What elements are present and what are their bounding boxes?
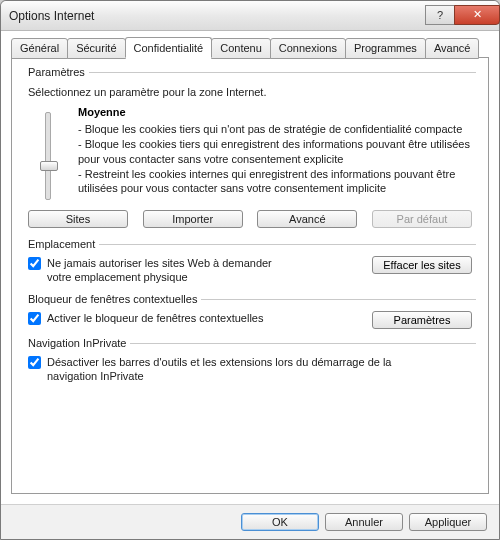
legend-location: Emplacement	[24, 238, 476, 250]
tab-content[interactable]: Contenu	[211, 38, 271, 59]
inprivate-checkbox[interactable]	[28, 356, 41, 369]
location-label: Ne jamais autoriser les sites Web à dema…	[47, 256, 277, 285]
dialog-footer: OK Annuler Appliquer	[1, 504, 499, 539]
privacy-slider-area: Moyenne - Bloque les cookies tiers qui n…	[28, 106, 472, 200]
privacy-desc-2: - Bloque les cookies tiers qui enregistr…	[78, 137, 472, 167]
legend-inprivate: Navigation InPrivate	[24, 337, 476, 349]
tab-security[interactable]: Sécurité	[67, 38, 125, 59]
legend-popup: Bloqueur de fenêtres contextuelles	[24, 293, 476, 305]
group-inprivate: Navigation InPrivate Désactiver les barr…	[24, 337, 476, 384]
ok-button[interactable]: OK	[241, 513, 319, 531]
close-button[interactable]: ✕	[454, 5, 500, 25]
privacy-slider[interactable]	[45, 112, 51, 200]
location-checkbox[interactable]	[28, 257, 41, 270]
group-location: Emplacement Ne jamais autoriser les site…	[24, 238, 476, 285]
level-description: Moyenne - Bloque les cookies tiers qui n…	[78, 106, 472, 200]
tab-privacy[interactable]: Confidentialité	[125, 37, 213, 58]
slider-thumb[interactable]	[40, 161, 58, 171]
inprivate-label: Désactiver les barres d'outils et les ex…	[47, 355, 427, 384]
popup-side: Paramètres	[372, 311, 472, 329]
sites-button[interactable]: Sites	[28, 210, 128, 228]
settings-intro: Sélectionnez un paramètre pour la zone I…	[28, 86, 472, 98]
clear-sites-button[interactable]: Effacer les sites	[372, 256, 472, 274]
dialog-window: Options Internet ? ✕ Général Sécurité Co…	[0, 0, 500, 540]
legend-settings: Paramètres	[24, 66, 476, 78]
tab-panel: Paramètres Sélectionnez un paramètre pou…	[11, 57, 489, 494]
cancel-button[interactable]: Annuler	[325, 513, 403, 531]
location-row: Ne jamais autoriser les sites Web à dema…	[28, 256, 472, 285]
group-settings: Paramètres Sélectionnez un paramètre pou…	[24, 66, 476, 228]
tab-advanced[interactable]: Avancé	[425, 38, 480, 59]
privacy-desc-3: - Restreint les cookies internes qui enr…	[78, 167, 472, 197]
apply-button[interactable]: Appliquer	[409, 513, 487, 531]
tab-strip: Général Sécurité Confidentialité Contenu…	[11, 37, 489, 58]
tab-programs[interactable]: Programmes	[345, 38, 426, 59]
location-side: Effacer les sites	[372, 256, 472, 274]
tab-general[interactable]: Général	[11, 38, 68, 59]
import-button[interactable]: Importer	[143, 210, 243, 228]
default-button: Par défaut	[372, 210, 472, 228]
tab-connections[interactable]: Connexions	[270, 38, 346, 59]
popup-settings-button[interactable]: Paramètres	[372, 311, 472, 329]
popup-label: Activer le bloqueur de fenêtres contextu…	[47, 311, 263, 325]
group-popup: Bloqueur de fenêtres contextuelles Activ…	[24, 293, 476, 329]
slider-column	[28, 106, 68, 200]
inprivate-row: Désactiver les barres d'outils et les ex…	[28, 355, 472, 384]
privacy-desc-1: - Bloque les cookies tiers qui n'ont pas…	[78, 122, 472, 137]
advanced-button[interactable]: Avancé	[257, 210, 357, 228]
help-button[interactable]: ?	[425, 5, 455, 25]
popup-checkbox[interactable]	[28, 312, 41, 325]
window-buttons: ? ✕	[425, 5, 499, 27]
privacy-level-title: Moyenne	[78, 106, 472, 118]
popup-row: Activer le bloqueur de fenêtres contextu…	[28, 311, 472, 329]
content-area: Général Sécurité Confidentialité Contenu…	[1, 31, 499, 504]
window-title: Options Internet	[9, 9, 425, 23]
settings-button-row: Sites Importer Avancé Par défaut	[28, 210, 472, 228]
titlebar[interactable]: Options Internet ? ✕	[1, 1, 499, 31]
